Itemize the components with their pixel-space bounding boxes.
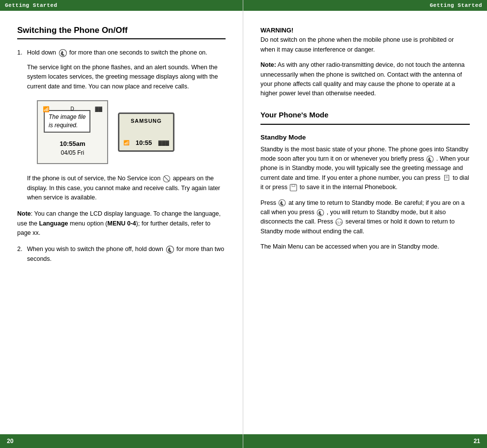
clr-icon: CLR bbox=[335, 218, 344, 226]
note-text-2: menu option ( bbox=[70, 220, 107, 227]
phone-time: 10:55am bbox=[59, 139, 85, 149]
note-language: Language bbox=[39, 220, 68, 227]
step-1: 1. Hold down for more than one seconds t… bbox=[17, 48, 226, 202]
svg-text:CLR: CLR bbox=[336, 221, 343, 224]
phone-date: 04/05 Fri bbox=[61, 148, 84, 157]
right-page: Getting Started WARNING! Do not switch o… bbox=[243, 0, 487, 448]
step-2-body: When you wish to switch the phone off, h… bbox=[27, 245, 226, 264]
samsung-battery: ▓▓▓ bbox=[158, 139, 169, 146]
no-service-icon bbox=[162, 174, 171, 183]
right-footer: 21 bbox=[243, 434, 487, 448]
note-menu: MENU 0-4 bbox=[107, 220, 136, 227]
step-1-body: Hold down for more than one seconds to s… bbox=[27, 48, 226, 202]
note-block: Note: You can change the LCD display lan… bbox=[17, 209, 226, 238]
section-title-switching: Switching the Phone On/Off bbox=[17, 26, 226, 35]
step-1-paragraph2: The service light on the phone flashes, … bbox=[27, 63, 226, 91]
phone-icon-standby-2 bbox=[316, 208, 325, 217]
step-1-number: 1. bbox=[17, 48, 27, 202]
standby-text-2: Press at any time to return to Standby m… bbox=[260, 198, 470, 237]
warning-text: Do not switch on the phone when the mobi… bbox=[260, 36, 454, 53]
image-required-label: The image file is required. bbox=[44, 110, 90, 133]
right-content: WARNING! Do not switch on the phone when… bbox=[243, 11, 487, 434]
left-header-bar: Getting Started bbox=[0, 0, 243, 11]
step-2-number: 2. bbox=[17, 245, 27, 264]
right-header-bar: Getting Started bbox=[243, 0, 487, 11]
dial-icon bbox=[442, 173, 451, 182]
your-phones-mode-divider bbox=[260, 124, 470, 125]
battery-label: ▓▓ bbox=[95, 105, 102, 113]
phone-display-box: The image file is required. 📶 D ▓▓ 10:55… bbox=[37, 100, 108, 164]
left-content: Switching the Phone On/Off 1. Hold down … bbox=[0, 11, 243, 434]
your-phones-mode-title: Your Phone's Mode bbox=[260, 111, 470, 119]
svg-line-2 bbox=[164, 176, 170, 182]
left-page-number: 20 bbox=[7, 438, 13, 445]
samsung-time-row: 📶 10:55 ▓▓▓ bbox=[123, 138, 169, 148]
note-label: Note bbox=[17, 210, 31, 217]
section-divider bbox=[17, 38, 226, 39]
samsung-logo: SAMSUNG bbox=[131, 117, 162, 125]
no-service-text: If the phone is out of service, the No S… bbox=[27, 174, 226, 202]
right-note-label: Note: bbox=[260, 61, 276, 68]
end-call-icon-1 bbox=[426, 155, 434, 164]
your-phone-mode-section: Your Phone's Mode Standby Mode Standby i… bbox=[260, 111, 470, 252]
standby-text-1: Standby is the most basic state of your … bbox=[260, 145, 470, 193]
phone-off-icon bbox=[165, 245, 175, 254]
standby-text-3: The Main Menu can be accessed when you a… bbox=[260, 242, 470, 252]
warning-label: WARNING! bbox=[260, 27, 293, 34]
right-page-number: 21 bbox=[474, 438, 480, 445]
left-footer: 20 bbox=[0, 434, 243, 448]
right-note-text: As with any other radio-transmitting dev… bbox=[260, 61, 465, 97]
standby-mode-title: Standby Mode bbox=[260, 134, 470, 141]
samsung-time: 10:55 bbox=[136, 138, 152, 148]
signal-icon: 📶 bbox=[43, 105, 50, 113]
d-label: D bbox=[71, 105, 74, 113]
image-area: The image file is required. 📶 D ▓▓ 10:55… bbox=[37, 100, 226, 164]
page-spread: Getting Started Switching the Phone On/O… bbox=[0, 0, 487, 448]
phone-top-bar: 📶 D ▓▓ bbox=[38, 105, 107, 113]
step-2: 2. When you wish to switch the phone off… bbox=[17, 245, 226, 264]
samsung-screen: SAMSUNG 📶 10:55 ▓▓▓ bbox=[118, 112, 174, 152]
svg-rect-7 bbox=[292, 184, 295, 187]
samsung-signal: 📶 bbox=[123, 139, 129, 146]
left-header-label: Getting Started bbox=[5, 2, 57, 8]
right-note-block: Note: As with any other radio-transmitti… bbox=[260, 60, 470, 99]
warning-block: WARNING! Do not switch on the phone when… bbox=[260, 26, 470, 55]
save-icon-1 bbox=[289, 183, 298, 192]
phone-on-icon bbox=[58, 48, 68, 58]
right-header-label: Getting Started bbox=[430, 2, 482, 8]
phone-icon-standby bbox=[278, 198, 286, 207]
left-page: Getting Started Switching the Phone On/O… bbox=[0, 0, 243, 448]
step-1-text: Hold down for more than one seconds to s… bbox=[27, 48, 226, 58]
